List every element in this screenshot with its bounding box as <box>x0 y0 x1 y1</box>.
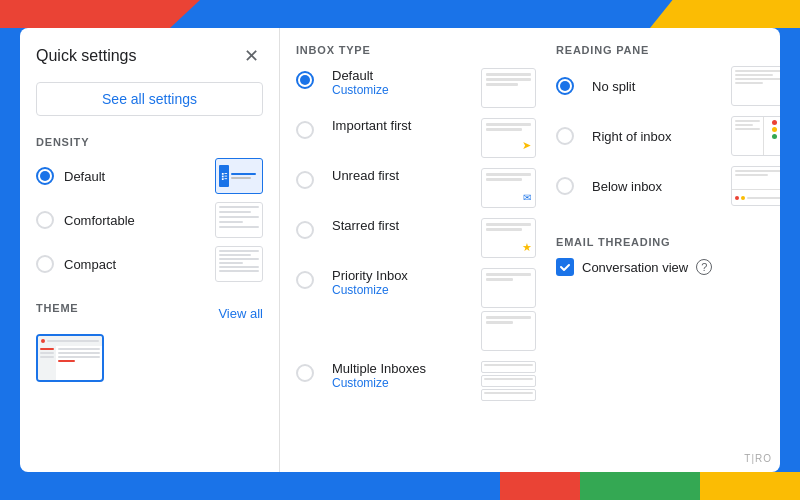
density-comfortable-label: Comfortable <box>64 213 215 228</box>
inbox-multiple-customize[interactable]: Customize <box>332 376 473 390</box>
inbox-unread-radio[interactable] <box>296 171 314 189</box>
density-compact-option[interactable]: Compact <box>36 246 263 282</box>
density-section: DENSITY Default <box>36 136 263 282</box>
top-bar <box>0 0 800 28</box>
reading-nosplit-label: No split <box>592 79 723 94</box>
density-compact-label: Compact <box>64 257 215 272</box>
close-icon[interactable]: ✕ <box>239 44 263 68</box>
star-icon: ★ <box>522 241 532 254</box>
theme-preview-body <box>38 346 102 380</box>
inbox-option-priority[interactable]: Priority Inbox Customize <box>296 268 536 351</box>
bottom-bar-green <box>580 472 700 500</box>
inbox-default-radio[interactable] <box>296 71 314 89</box>
inbox-priority-preview-bottom <box>481 311 536 351</box>
reading-below-preview <box>731 166 780 206</box>
reading-option-nosplit[interactable]: No split <box>556 66 780 106</box>
inbox-priority-preview-wrapper <box>481 268 536 351</box>
view-all-themes-link[interactable]: View all <box>218 306 263 321</box>
theme-preview <box>36 334 104 382</box>
conversation-view-help-icon[interactable]: ? <box>696 259 712 275</box>
density-compact-preview <box>215 246 263 282</box>
theme-section: THEME View all <box>36 302 263 382</box>
density-comfortable-preview <box>215 202 263 238</box>
reading-nosplit-radio[interactable] <box>556 77 574 95</box>
inbox-starred-preview: ★ <box>481 218 536 258</box>
bottom-bar <box>0 472 800 500</box>
inbox-unread-text: Unread first <box>332 168 473 183</box>
theme-preview-content <box>56 346 102 380</box>
inbox-option-default[interactable]: Default Customize <box>296 68 536 108</box>
top-bar-yellow <box>650 0 800 28</box>
reading-option-right[interactable]: Right of inbox <box>556 116 780 156</box>
see-all-settings-button[interactable]: See all settings <box>36 82 263 116</box>
conversation-view-label: Conversation view <box>582 260 688 275</box>
svg-rect-1 <box>224 173 227 174</box>
svg-rect-3 <box>224 175 227 176</box>
inbox-option-starred-first[interactable]: Starred first ★ <box>296 218 536 258</box>
inbox-multiple-label: Multiple Inboxes <box>332 361 473 376</box>
inbox-important-label: Important first <box>332 118 473 133</box>
inbox-option-multiple[interactable]: Multiple Inboxes Customize <box>296 361 536 401</box>
density-default-icon <box>219 165 229 187</box>
top-bar-red <box>0 0 200 28</box>
theme-label: THEME <box>36 302 79 314</box>
important-icon: ➤ <box>522 139 531 152</box>
density-default-label: Default <box>64 169 215 184</box>
density-default-radio[interactable] <box>36 167 54 185</box>
density-default-option[interactable]: Default <box>36 158 263 194</box>
reading-right-label: Right of inbox <box>592 129 723 144</box>
density-compact-radio[interactable] <box>36 255 54 273</box>
svg-rect-2 <box>221 175 223 177</box>
inbox-priority-preview-top <box>481 268 536 308</box>
inbox-starred-radio[interactable] <box>296 221 314 239</box>
reading-below-radio[interactable] <box>556 177 574 195</box>
svg-rect-5 <box>224 178 227 179</box>
inbox-important-preview: ➤ <box>481 118 536 158</box>
inbox-unread-preview: ✉ <box>481 168 536 208</box>
inbox-default-customize[interactable]: Customize <box>332 83 473 97</box>
sidebar: Quick settings ✕ See all settings DENSIT… <box>20 28 280 472</box>
reading-right-preview <box>731 116 780 156</box>
svg-rect-0 <box>221 173 223 175</box>
inbox-priority-customize[interactable]: Customize <box>332 283 473 297</box>
sidebar-header: Quick settings ✕ <box>36 44 263 68</box>
bottom-bar-blue <box>0 472 500 500</box>
inbox-default-text: Default Customize <box>332 68 473 97</box>
theme-dot-red <box>41 339 45 343</box>
content: INBOX TYPE Default Customize Importan <box>280 28 780 472</box>
inbox-section: INBOX TYPE Default Customize Importan <box>296 44 536 456</box>
reading-below-label: Below inbox <box>592 179 723 194</box>
density-default-lines <box>231 173 259 179</box>
bottom-bar-red <box>500 472 580 500</box>
inbox-multiple-preview <box>481 361 536 401</box>
conversation-view-option[interactable]: Conversation view ? <box>556 258 780 276</box>
inbox-important-radio[interactable] <box>296 121 314 139</box>
theme-preview-header <box>38 336 102 346</box>
inbox-multiple-radio[interactable] <box>296 364 314 382</box>
threading-label: EMAIL THREADING <box>556 236 780 248</box>
inbox-option-important-first[interactable]: Important first ➤ <box>296 118 536 158</box>
reading-option-below[interactable]: Below inbox <box>556 166 780 206</box>
conversation-view-checkbox[interactable] <box>556 258 574 276</box>
theme-dot-line <box>47 340 99 342</box>
reading-nosplit-preview <box>731 66 780 106</box>
density-label: DENSITY <box>36 136 263 148</box>
inbox-option-unread-first[interactable]: Unread first ✉ <box>296 168 536 208</box>
inbox-priority-label: Priority Inbox <box>332 268 473 283</box>
density-comfortable-option[interactable]: Comfortable <box>36 202 263 238</box>
inbox-multiple-text: Multiple Inboxes Customize <box>332 361 473 390</box>
watermark: T|RO <box>744 453 772 464</box>
reading-right-radio[interactable] <box>556 127 574 145</box>
bottom-bar-yellow <box>700 472 800 500</box>
density-default-preview <box>215 158 263 194</box>
density-comfortable-radio[interactable] <box>36 211 54 229</box>
reading-pane-label: READING PANE <box>556 44 780 56</box>
inbox-priority-radio[interactable] <box>296 271 314 289</box>
inbox-starred-text: Starred first <box>332 218 473 233</box>
inbox-priority-text: Priority Inbox Customize <box>332 268 473 297</box>
theme-preview-sidebar <box>38 346 56 380</box>
email-threading-section: EMAIL THREADING Conversation view ? <box>556 236 780 276</box>
right-column: READING PANE No split <box>556 44 780 456</box>
inbox-unread-label: Unread first <box>332 168 473 183</box>
inbox-starred-label: Starred first <box>332 218 473 233</box>
